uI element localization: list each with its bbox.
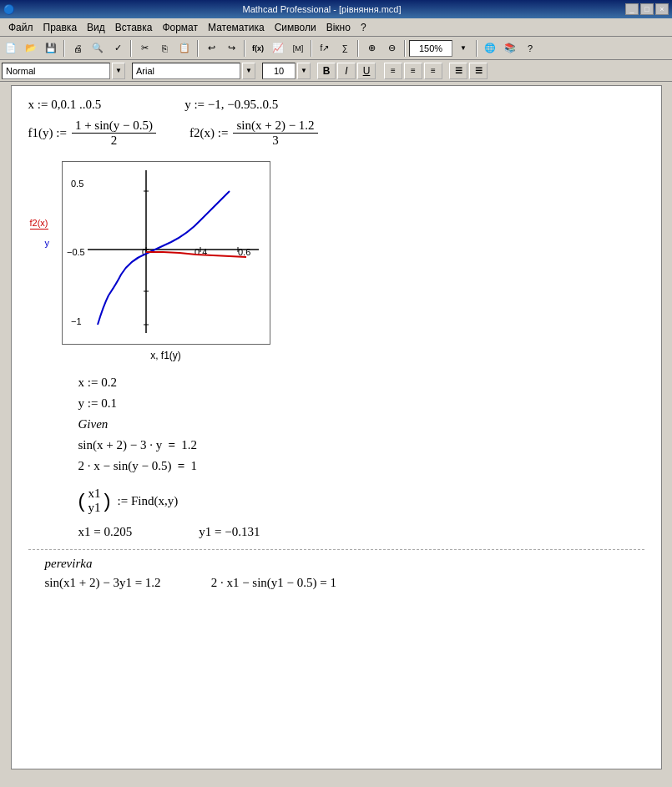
resources-icon[interactable]: 📚 <box>501 39 519 58</box>
sep4 <box>244 40 245 57</box>
x-06-label: 0.6 <box>238 247 250 257</box>
graph-wrapper: f2(x) y 0.5 −0.5 −1 0 0.4 0.6 <box>62 161 270 361</box>
menu-window[interactable]: Вікно <box>321 20 356 35</box>
menu-help[interactable]: ? <box>356 20 371 35</box>
sep8 <box>476 40 477 57</box>
math-icon[interactable]: f(x) <box>249 39 267 58</box>
y-min-label: −1 <box>71 316 82 326</box>
y-mid-label: −0.5 <box>67 247 85 257</box>
result-x1: x1 = 0.205 <box>78 525 133 539</box>
close-button[interactable]: × <box>655 3 669 15</box>
menu-format[interactable]: Формат <box>157 20 203 35</box>
symbolic-icon[interactable]: ∑ <box>336 39 354 58</box>
web-icon[interactable]: 🌐 <box>481 39 499 58</box>
minimize-button[interactable]: _ <box>625 3 639 15</box>
f1-definition: f1(y) := 1 + sin(y − 0.5) 2 <box>28 119 157 148</box>
perevirka-label: perevirka <box>45 557 644 571</box>
f2-definition: f2(x) := sin(x + 2) − 1.2 3 <box>189 119 318 148</box>
window-title: Mathcad Professional - [рівняння.mcd] <box>18 4 625 14</box>
assign-x: x := 0.2 <box>78 376 117 389</box>
paste-icon[interactable]: 📋 <box>175 39 194 58</box>
menu-symbols[interactable]: Символи <box>270 20 321 35</box>
range-x-expr: x := 0,0.1 ..0.5 <box>28 98 102 112</box>
document-area[interactable]: x := 0,0.1 ..0.5 y := −1, −0.95..0.5 f1(… <box>11 85 662 769</box>
redo-icon[interactable]: ↪ <box>222 39 240 58</box>
bold-button[interactable]: B <box>317 63 336 79</box>
equation1-line: sin(x + 2) − 3 · y = 1.2 <box>78 438 644 452</box>
sep2 <box>130 40 132 57</box>
section-divider <box>28 549 644 550</box>
menu-math[interactable]: Математика <box>203 20 270 35</box>
sep1 <box>63 40 65 57</box>
matrix-icon[interactable]: [M] <box>289 39 307 58</box>
sep5 <box>311 40 312 57</box>
find-expression: ( x1 y1 ) := Find(x,y) <box>78 487 644 515</box>
f1-fraction: 1 + sin(y − 0.5) 2 <box>72 119 156 148</box>
style-arrow[interactable]: ▼ <box>112 63 125 79</box>
spellcheck-icon[interactable]: ✓ <box>109 39 127 58</box>
italic-button[interactable]: I <box>337 63 356 79</box>
size-select[interactable]: 10 <box>262 63 296 79</box>
title-bar: 🔵 Mathcad Professional - [рівняння.mcd] … <box>0 0 672 18</box>
f1-denominator: 2 <box>108 134 121 148</box>
eq2-rhs: 1 <box>190 459 197 472</box>
help-icon[interactable]: ? <box>521 39 539 58</box>
align-left-button[interactable]: ≡ <box>384 63 402 79</box>
blue-curve <box>98 191 230 325</box>
titlebar-buttons[interactable]: _ □ × <box>625 3 669 15</box>
size-arrow[interactable]: ▼ <box>297 63 311 79</box>
assign-y-line: y := 0.1 <box>78 396 644 411</box>
align-center-button[interactable]: ≡ <box>404 63 422 79</box>
graph-svg[interactable]: 0.5 −0.5 −1 0 0.4 0.6 <box>62 161 270 345</box>
open-icon[interactable]: 📂 <box>22 39 40 58</box>
sep7 <box>404 40 406 57</box>
save-icon[interactable]: 💾 <box>42 39 60 58</box>
style-select[interactable]: Normal <box>2 63 110 79</box>
results-line: x1 = 0.205 y1 = −0.131 <box>78 525 644 539</box>
assign-y: y := 0.1 <box>78 396 117 410</box>
list-ul-button[interactable]: ☰ <box>449 63 467 79</box>
font-arrow[interactable]: ▼ <box>242 63 255 79</box>
range-y-expr: y := −1, −0.95..0.5 <box>184 98 278 112</box>
result-y1: y1 = −0.131 <box>199 525 260 539</box>
verify1: sin(x1 + 2) − 3y1 = 1.2 <box>45 576 161 590</box>
zoom-in-icon[interactable]: ⊕ <box>362 39 381 58</box>
underline-button[interactable]: U <box>357 63 376 79</box>
menu-file[interactable]: Файл <box>3 20 38 35</box>
font-select[interactable]: Arial <box>132 63 240 79</box>
zoom-display[interactable]: 150% <box>409 40 452 57</box>
main-toolbar: 📄 📂 💾 🖨 🔍 ✓ ✂ ⎘ 📋 ↩ ↪ f(x) 📈 [M] f↗ ∑ ⊕ … <box>0 37 672 60</box>
sep3 <box>197 40 199 57</box>
f2-fraction: sin(x + 2) − 1.2 3 <box>233 119 317 148</box>
range-definitions: x := 0,0.1 ..0.5 y := −1, −0.95..0.5 <box>28 98 644 112</box>
preview-icon[interactable]: 🔍 <box>88 39 107 58</box>
menu-view[interactable]: Вид <box>82 20 110 35</box>
f2-numerator: sin(x + 2) − 1.2 <box>233 119 317 134</box>
matrix-y1: y1 <box>88 501 101 515</box>
plot-icon[interactable]: 📈 <box>269 39 287 58</box>
maximize-button[interactable]: □ <box>640 3 654 15</box>
eq1-equals: = <box>168 438 175 452</box>
zoom-out-icon[interactable]: ⊖ <box>382 39 401 58</box>
sep6 <box>357 40 359 57</box>
menu-insert[interactable]: Вставка <box>110 20 158 35</box>
f1-numerator: 1 + sin(y − 0.5) <box>72 119 156 134</box>
bracket-close: ) <box>104 491 111 511</box>
evaluate-icon[interactable]: f↗ <box>316 39 334 58</box>
menu-edit[interactable]: Правка <box>38 20 83 35</box>
verify2: 2 · x1 − sin(y1 − 0.5) = 1 <box>211 576 336 590</box>
copy-icon[interactable]: ⎘ <box>155 39 174 58</box>
verify-equations: sin(x1 + 2) − 3y1 = 1.2 2 · x1 − sin(y1 … <box>45 576 644 590</box>
list-ol-button[interactable]: ☰ <box>469 63 488 79</box>
zoom-arrow[interactable]: ▼ <box>454 39 472 58</box>
undo-icon[interactable]: ↩ <box>202 39 220 58</box>
matrix-vars: x1 y1 <box>88 487 101 515</box>
align-right-button[interactable]: ≡ <box>424 63 442 79</box>
cut-icon[interactable]: ✂ <box>135 39 154 58</box>
menu-bar: Файл Правка Вид Вставка Формат Математик… <box>0 18 672 37</box>
new-icon[interactable]: 📄 <box>2 39 20 58</box>
legend-f2x: f2(x) <box>30 218 48 230</box>
print-icon[interactable]: 🖨 <box>68 39 87 58</box>
legend-y: y <box>45 238 50 248</box>
eq2-lhs: 2 · x − sin(y − 0.5) <box>78 459 172 472</box>
